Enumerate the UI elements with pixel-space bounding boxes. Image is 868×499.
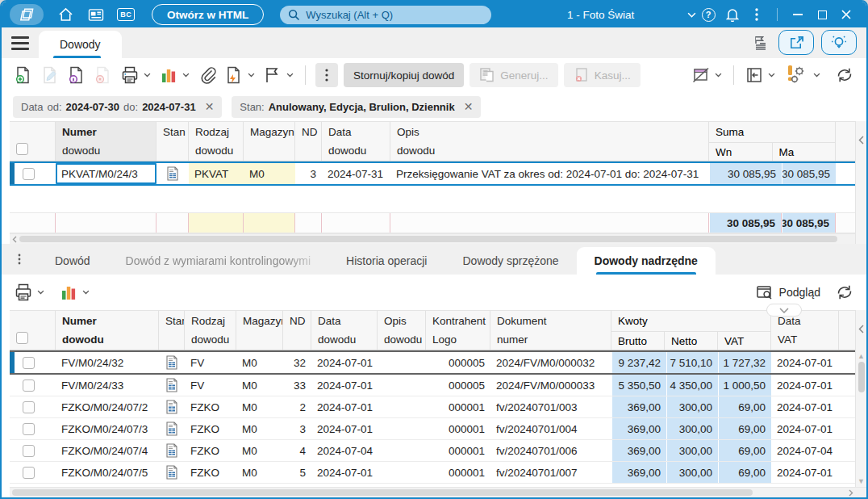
col-netto[interactable]: Netto (665, 332, 718, 350)
detail-tab[interactable]: Dowody nadrzędne (577, 247, 716, 275)
share-button[interactable] (778, 30, 814, 55)
cell-rodzaj[interactable]: FV (185, 375, 236, 396)
col-numer-dowodu[interactable]: Numerdowodu (56, 311, 159, 350)
detail-tab[interactable]: Dowód (37, 247, 108, 275)
cell-numer[interactable]: FV/M0/24/33 (56, 375, 159, 396)
scrollbar-thumb[interactable] (12, 489, 753, 496)
cell-brutto[interactable]: 369,00 (611, 418, 666, 439)
detail-tab[interactable]: Dowody sprzężone (444, 247, 576, 275)
col-rodzaj-dowodu[interactable]: Rodzajdowodu (189, 122, 244, 161)
generate-button[interactable]: Generuj... (469, 63, 557, 87)
delete-document-button[interactable] (93, 63, 114, 87)
cell-kontrahent[interactable]: 000005 (426, 375, 490, 396)
maximize-button[interactable] (810, 4, 834, 25)
more-actions-button[interactable] (315, 63, 338, 87)
cell-data[interactable]: 2024-07-04 (311, 440, 378, 461)
print-button[interactable] (119, 63, 140, 87)
table-row[interactable]: FZKO/M0/24/07/5 FZKO M0 5 2024-07-01 000… (10, 462, 866, 484)
main-menu-button[interactable] (2, 27, 39, 58)
cell-vat[interactable]: 69,00 (718, 418, 771, 439)
cell-numer[interactable]: PKVAT/M0/24/3 (56, 163, 156, 184)
close-button[interactable] (834, 4, 858, 25)
print-dropdown[interactable] (144, 73, 151, 78)
detail-tabs-menu-button[interactable] (2, 244, 37, 275)
cell-dokument[interactable]: 2024/FV/M0/000032 (490, 352, 611, 373)
cell-data-vat[interactable]: 2024-07-01 (771, 352, 839, 373)
col-wn[interactable]: Wn (709, 143, 773, 161)
cell-dokument[interactable]: fv/20240701/007 (490, 462, 611, 483)
table-row[interactable]: FV/M0/24/33 FV M0 33 2024-07-01 000005 2… (10, 375, 866, 396)
cell-netto[interactable]: 300,00 (666, 462, 718, 483)
cell-opis[interactable] (378, 375, 426, 396)
cell-data[interactable]: 2024-07-31 (322, 163, 390, 184)
table-row[interactable]: PKVAT/M0/24/3 PKVAT M0 3 2024-07-31 Prze… (10, 161, 866, 186)
cell-ma[interactable]: 30 085,95 (782, 163, 836, 184)
cell-nd[interactable]: 5 (283, 462, 311, 483)
col-nd[interactable]: ND (283, 311, 311, 350)
tips-button[interactable] (821, 30, 857, 55)
col-suma-group[interactable]: Suma WnMa (709, 122, 836, 161)
cell-kontrahent[interactable]: 000001 (426, 440, 490, 461)
preview-button[interactable]: Podgląd (756, 284, 820, 300)
cell-dokument[interactable]: 2024/FV/M0/000033 (490, 375, 611, 396)
cell-netto[interactable]: 7 510,10 (666, 352, 718, 373)
cell-vat[interactable]: 1 727,32 (718, 352, 771, 373)
cell-magazyn[interactable]: M0 (236, 418, 283, 439)
remove-filter-icon[interactable]: ✕ (464, 100, 474, 113)
filter-chip-stan[interactable]: Stan: Anulowany, Edycja, Brulion, Dzienn… (232, 96, 481, 118)
scrollbar-thumb[interactable] (19, 236, 837, 242)
col-stan[interactable]: Stan (156, 122, 189, 161)
col-kwoty-group[interactable]: Kwoty Brutto Netto VAT (611, 311, 771, 350)
flag-button[interactable] (262, 63, 283, 87)
cell-data[interactable]: 2024-07-01 (311, 352, 378, 373)
cell-magazyn[interactable]: M0 (236, 396, 283, 417)
cell-vat[interactable]: 69,00 (718, 440, 771, 461)
cell-rodzaj[interactable]: FZKO (185, 440, 236, 461)
cell-netto[interactable]: 4 350,00 (666, 375, 718, 396)
dock-panel-button[interactable] (744, 63, 765, 87)
cell-netto[interactable]: 300,00 (666, 440, 718, 461)
settings-alert-dropdown[interactable] (813, 73, 820, 78)
row-checkbox[interactable] (23, 168, 35, 180)
col-opis-dowodu[interactable]: Opisdowodu (390, 122, 709, 161)
scroll-down-icon[interactable]: ▼ (858, 477, 865, 485)
chart-dropdown[interactable] (182, 73, 190, 78)
cell-magazyn[interactable]: M0 (244, 163, 295, 184)
table-row[interactable]: FZKO/M0/24/07/2 FZKO M0 2 2024-07-01 000… (10, 396, 866, 418)
col-ma[interactable]: Ma (773, 143, 836, 161)
cell-data[interactable]: 2024-07-01 (311, 396, 378, 417)
filter-chip-data[interactable]: Data od: 2024-07-30 do: 2024-07-31 ✕ (13, 96, 222, 118)
news-button[interactable] (86, 4, 105, 25)
cell-rodzaj[interactable]: FZKO (185, 396, 236, 417)
help-button[interactable]: ? (696, 4, 720, 25)
select-all-checkbox[interactable] (16, 143, 28, 155)
scroll-left-icon[interactable] (12, 236, 17, 243)
cell-rodzaj[interactable]: FV (185, 352, 236, 373)
cell-rodzaj[interactable]: FZKO (185, 462, 236, 483)
cell-data-vat[interactable]: 2024-07-01 (771, 396, 839, 417)
cell-wn[interactable]: 30 085,95 (709, 163, 782, 184)
cell-numer[interactable]: FZKO/M0/24/07/3 (56, 418, 159, 439)
row-checkbox[interactable] (23, 467, 35, 479)
cell-magazyn[interactable]: M0 (236, 352, 283, 373)
cell-brutto[interactable]: 369,00 (611, 462, 666, 483)
cell-data-vat[interactable]: 2024-07-04 (771, 440, 839, 461)
row-checkbox[interactable] (23, 357, 35, 369)
cell-dokument[interactable]: fv/20240701/004 (490, 418, 611, 439)
detail-chart-dropdown[interactable] (82, 290, 90, 295)
open-in-html-button[interactable]: Otwórz w HTML (152, 4, 264, 25)
clear-filter-button[interactable] (691, 63, 712, 87)
scrollbar-thumb[interactable] (858, 362, 865, 392)
cell-nd[interactable]: 3 (295, 163, 322, 184)
collapse-panel-icon[interactable] (858, 136, 864, 145)
cell-numer[interactable]: FZKO/M0/24/07/5 (56, 462, 159, 483)
cell-vat[interactable]: 69,00 (718, 462, 771, 483)
row-checkbox[interactable] (23, 445, 35, 457)
col-data-dowodu[interactable]: Datadowodu (322, 122, 390, 161)
collapse-toolbar-handle[interactable] (766, 304, 802, 317)
cell-data[interactable]: 2024-07-01 (311, 418, 378, 439)
cell-kontrahent[interactable]: 000001 (426, 462, 490, 483)
cell-data-vat[interactable]: 2024-07-01 (771, 418, 839, 439)
app-switcher-button[interactable] (10, 4, 44, 25)
col-dokument-numer[interactable]: Dokumentnumer (490, 311, 611, 350)
